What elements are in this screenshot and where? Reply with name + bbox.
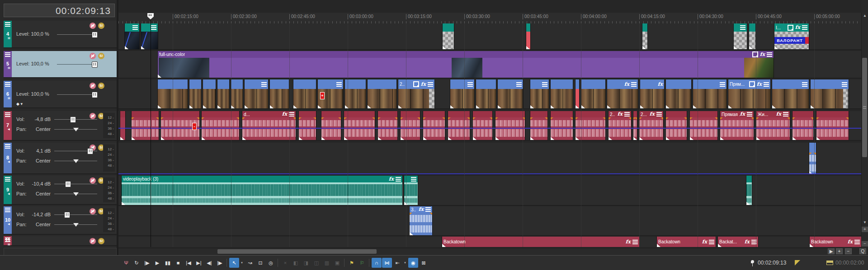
hscroll-right-arrow[interactable]: ▶ <box>828 248 835 254</box>
clip-[interactable]: Прям...fx <box>728 79 771 108</box>
vol-value[interactable]: -4,8 dB <box>27 116 51 122</box>
split-button[interactable]: ◧ <box>291 258 301 268</box>
fade-out-handle[interactable] <box>197 117 199 120</box>
clip[interactable] <box>530 79 549 108</box>
fade-in-handle[interactable] <box>816 117 819 120</box>
track-lane-v6[interactable]: 2..fxfxfxПрям...fx <box>118 79 862 109</box>
timeline-area[interactable]: 00:02:15:0000:02:30:0000:02:45:0000:03:0… <box>118 0 862 248</box>
track-color-tab[interactable]: 9◀ <box>4 176 12 204</box>
vol-slider-thumb[interactable] <box>64 212 70 218</box>
track-color-tab[interactable]: 4▤ <box>4 21 12 47</box>
fx-icon[interactable]: fx <box>624 82 629 87</box>
vol-slider-thumb[interactable] <box>87 148 93 154</box>
clip-menu-icon[interactable] <box>842 82 847 87</box>
mute-button[interactable]: M <box>90 83 96 89</box>
fade-out-handle[interactable] <box>236 117 239 120</box>
fade-in-handle[interactable] <box>410 213 412 215</box>
crop-icon[interactable] <box>413 81 419 87</box>
track-color-tab[interactable]: 10◀ <box>4 206 12 234</box>
track-header-10[interactable]: 10◀MS!Vol:-14,2 dBPan:Center12 -24 -36 -… <box>4 206 117 235</box>
clip-menu-icon[interactable] <box>767 52 772 57</box>
ignore-event-grouping-button[interactable]: ⊠ <box>419 258 429 268</box>
fx-icon[interactable]: fx <box>650 112 655 116</box>
fade-out-handle[interactable] <box>156 117 159 120</box>
clip[interactable] <box>749 23 756 49</box>
horizontal-scrollbar-thumb[interactable] <box>217 249 377 254</box>
clip-i[interactable]: I...fxВАЛОРАНТ <box>774 23 809 49</box>
fade-in-handle[interactable] <box>423 117 426 120</box>
snap-button[interactable]: ∩ <box>372 258 382 268</box>
clip-2[interactable]: 2..fx <box>398 79 435 108</box>
fade-out-handle[interactable] <box>313 117 316 120</box>
clip[interactable] <box>550 111 573 140</box>
vol-slider-thumb[interactable] <box>65 181 71 187</box>
next-frame-button[interactable]: |▶ <box>215 258 225 268</box>
fx-icon[interactable]: fx <box>389 177 394 182</box>
clip[interactable] <box>816 111 849 140</box>
fade-out-handle[interactable] <box>293 117 296 120</box>
level-slider-thumb[interactable] <box>92 61 98 68</box>
clip[interactable] <box>217 79 230 108</box>
zoom-in-time-button[interactable]: + <box>836 248 843 254</box>
clip[interactable] <box>124 23 140 49</box>
selection-tool-button[interactable]: ⊡ <box>255 258 265 268</box>
vol-slider-track[interactable] <box>54 214 97 215</box>
fade-in-handle[interactable] <box>378 117 381 120</box>
clip-fullunccolor[interactable]: full-unc-colorfx <box>157 51 774 78</box>
clip-backat[interactable]: Backat...fx <box>717 237 759 247</box>
fx-icon[interactable]: fx <box>618 112 623 116</box>
fade-out-handle[interactable] <box>715 117 717 120</box>
fade-in-handle[interactable] <box>321 117 324 120</box>
clip-menu-icon[interactable] <box>854 240 860 244</box>
track-lane-v4[interactable]: I...fxВАЛОРАНТ <box>118 23 862 50</box>
fade-out-handle[interactable] <box>338 117 341 120</box>
fade-out-handle[interactable] <box>811 117 813 120</box>
fade-in-handle[interactable] <box>690 117 693 120</box>
crop-icon[interactable] <box>752 51 758 57</box>
clip[interactable] <box>423 111 445 140</box>
track-color-tab[interactable]: 7◀ <box>4 111 12 140</box>
fx-icon[interactable]: fx <box>282 112 287 116</box>
fade-in-handle[interactable] <box>161 117 164 120</box>
clip[interactable] <box>581 79 606 108</box>
clip[interactable]: fx <box>607 79 638 108</box>
clip[interactable] <box>450 79 475 108</box>
clip[interactable] <box>809 143 816 174</box>
level-slider-thumb[interactable] <box>92 32 98 38</box>
zoom-tool-corner-button[interactable]: Q <box>859 248 866 254</box>
clip-menu-icon[interactable] <box>632 240 638 244</box>
keyframe-marker[interactable]: ◆ ▾ <box>16 102 23 106</box>
pan-slider-thumb[interactable] <box>73 223 79 227</box>
clip[interactable] <box>733 23 747 49</box>
solo-button[interactable]: S! <box>98 83 104 89</box>
fade-out-handle[interactable] <box>787 117 790 120</box>
go-to-start-button[interactable]: |◀ <box>184 258 193 268</box>
clip[interactable] <box>772 79 809 108</box>
level-slider-track[interactable] <box>57 34 97 35</box>
mute-button[interactable]: M <box>90 23 96 29</box>
clip[interactable]: fx <box>640 79 665 108</box>
clip[interactable] <box>448 111 470 140</box>
clip-menu-icon[interactable] <box>740 25 745 30</box>
track-header-9[interactable]: 9◀MS!Vol:-10,4 dBPan:Center12 -24 -36 -4… <box>4 176 117 205</box>
clip[interactable] <box>321 111 341 140</box>
track-lane-v5[interactable]: full-unc-colorfx <box>118 51 862 79</box>
pan-value[interactable]: Center <box>27 222 51 227</box>
clip[interactable] <box>269 79 289 108</box>
fade-in-handle[interactable] <box>551 117 553 120</box>
clip-backatown[interactable]: Backatownfx <box>809 237 862 247</box>
clip-backatown[interactable]: Backatownfx <box>656 237 716 247</box>
lock-button[interactable]: ▣ <box>332 258 342 268</box>
crop-icon[interactable] <box>788 25 793 31</box>
auto-ripple-button-dropdown[interactable]: ▾ <box>403 258 407 268</box>
fx-icon[interactable]: fx <box>795 25 800 30</box>
clip-3[interactable]: 3..fx <box>409 206 433 235</box>
clip-menu-icon[interactable] <box>747 112 752 116</box>
horizontal-scrollbar[interactable] <box>118 248 834 255</box>
track-lane-a10[interactable]: 3..fx <box>118 206 862 236</box>
lock-envelopes-button[interactable]: ◉ <box>408 258 418 268</box>
fade-out-handle[interactable] <box>751 117 754 120</box>
clip-d[interactable]: d...fx <box>242 111 296 140</box>
fade-out-handle[interactable] <box>660 117 663 120</box>
mute-button[interactable]: M <box>90 177 96 184</box>
